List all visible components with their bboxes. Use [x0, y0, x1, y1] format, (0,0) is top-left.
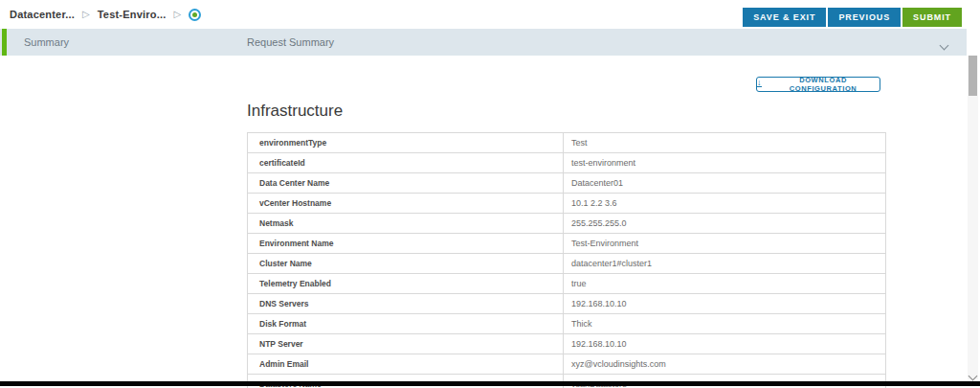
row-label: Environment Name — [248, 234, 564, 253]
row-label: NTP Server — [248, 334, 564, 354]
table-row: Netmask 255.255.255.0 — [248, 214, 885, 234]
row-value: 255.255.255.0 — [564, 214, 885, 233]
page-title: Infrastructure — [247, 102, 343, 121]
row-label: Data Center Name — [248, 173, 564, 193]
row-value: Test — [564, 133, 885, 152]
table-row: Cluster Name datacenter1#cluster1 — [248, 254, 885, 274]
table-row: Disk Format Thick — [248, 314, 885, 334]
previous-button[interactable]: PREVIOUS — [828, 8, 901, 27]
row-value: Datacenter01 — [564, 173, 885, 193]
row-value: 192.168.10.10 — [564, 334, 885, 354]
vertical-scrollbar-thumb[interactable] — [969, 56, 977, 96]
row-label: certificateId — [248, 153, 564, 172]
breadcrumb-item-datacenter[interactable]: Datacenter... — [10, 9, 75, 20]
bottom-black-bar — [0, 381, 980, 386]
scroll-down-button[interactable] — [966, 368, 979, 381]
row-label: Telemetry Enabled — [248, 274, 564, 293]
breadcrumb-item-environment[interactable]: Test-Enviro... — [98, 9, 167, 20]
row-value: 10.1 2.2 3.6 — [564, 194, 885, 213]
breadcrumb-separator-icon: ▷ — [82, 10, 90, 19]
row-value: xyz@vcloudinsights.com — [564, 354, 885, 374]
active-step-indicator — [2, 29, 7, 56]
request-summary-label: Request Summary — [247, 29, 334, 56]
table-row: Admin Email xyz@vcloudinsights.com — [248, 354, 885, 375]
summary-table: environmentType Test certificateId test-… — [247, 132, 886, 388]
breadcrumb: Datacenter... ▷ Test-Enviro... ▷ — [10, 0, 201, 29]
row-label: DNS Servers — [248, 294, 564, 313]
row-label: Admin Email — [248, 354, 564, 374]
wizard-actions: SAVE & EXIT PREVIOUS SUBMIT — [743, 8, 962, 27]
row-label: Disk Format — [248, 314, 564, 333]
wizard-step-summary[interactable]: Summary — [24, 29, 69, 56]
row-label: vCenter Hostname — [248, 194, 564, 213]
table-row: Telemetry Enabled true — [248, 274, 885, 294]
download-configuration-button[interactable]: ↓ DOWNLOAD CONFIGURATION — [756, 77, 880, 92]
status-dot-icon — [192, 12, 197, 17]
vertical-scrollbar-track[interactable] — [968, 56, 978, 379]
table-row: Data Center Name Datacenter01 — [248, 173, 885, 194]
table-row: certificateId test-environment — [248, 153, 885, 173]
row-value: 192.168.10.10 — [564, 294, 885, 313]
status-ring-icon — [189, 9, 201, 21]
table-row: vCenter Hostname 10.1 2.2 3.6 — [248, 194, 885, 214]
row-label: Netmask — [248, 214, 564, 233]
row-label: Cluster Name — [248, 254, 564, 273]
table-row: DNS Servers 192.168.10.10 — [248, 294, 885, 314]
summary-section-header: Summary Request Summary — [0, 29, 967, 56]
table-row: NTP Server 192.168.10.10 — [248, 334, 885, 354]
table-row: Environment Name Test-Environment — [248, 234, 885, 254]
row-value: datacenter1#cluster1 — [564, 254, 885, 273]
row-value: test-environment — [564, 153, 885, 172]
breadcrumb-separator-icon: ▷ — [173, 10, 181, 19]
submit-button[interactable]: SUBMIT — [902, 8, 962, 27]
collapse-section-button[interactable] — [939, 35, 949, 54]
download-icon: ↓ — [757, 80, 762, 87]
top-bar: Datacenter... ▷ Test-Enviro... ▷ SAVE & … — [0, 0, 980, 29]
download-button-label: DOWNLOAD CONFIGURATION — [767, 76, 880, 93]
chevron-down-icon — [968, 372, 977, 381]
table-row: environmentType Test — [248, 133, 885, 153]
chevron-down-icon — [940, 41, 949, 51]
row-value: Thick — [564, 314, 885, 333]
save-exit-button[interactable]: SAVE & EXIT — [743, 8, 826, 27]
row-value: Test-Environment — [564, 234, 885, 253]
row-value: true — [564, 274, 885, 293]
row-label: environmentType — [248, 133, 564, 152]
